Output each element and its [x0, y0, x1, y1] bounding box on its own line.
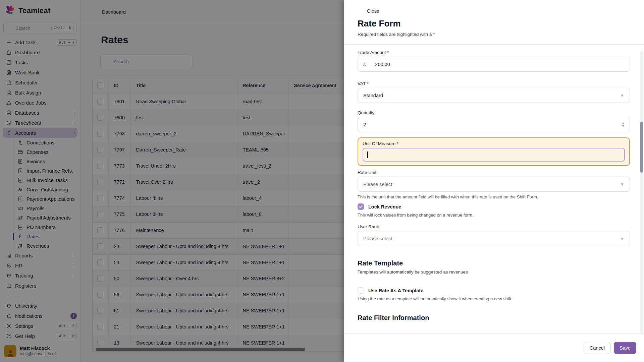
rate-template-subtitle: Templates will automatically be suggeste…	[358, 269, 630, 275]
unit-of-measure-input[interactable]	[363, 148, 625, 162]
quantity-label: Quantity	[358, 110, 630, 115]
lock-revenue-row: Lock Revenue	[358, 203, 630, 210]
app-root: Teamleaf Search Ctrl + K Add TaskAlt + T…	[0, 0, 644, 362]
use-rate-template-help: Using the rate as a template will automa…	[358, 296, 630, 301]
rate-unit-help: This is the unit that the amount field w…	[358, 194, 630, 199]
rate-unit-placeholder: Please select	[363, 182, 392, 187]
user-rank-label: User Rank	[358, 224, 630, 229]
vat-label: VAT *	[358, 81, 630, 86]
rate-unit-label: Rate Unit	[358, 170, 630, 175]
cancel-button[interactable]: Cancel	[584, 342, 611, 354]
trade-amount-label: Trade Amount *	[358, 50, 630, 55]
arrow-left-icon	[358, 8, 363, 14]
lock-revenue-checkbox[interactable]	[358, 203, 364, 210]
use-rate-template-checkbox[interactable]	[358, 287, 364, 294]
rate-template-heading: Rate Template	[358, 259, 630, 267]
quantity-stepper[interactable]: 2 ▲▼	[358, 117, 630, 132]
unit-of-measure-label: Unit Of Measure *	[363, 141, 625, 146]
chevron-down-icon: ▼	[620, 236, 624, 241]
text-cursor	[367, 152, 368, 158]
user-rank-placeholder: Please select	[363, 236, 392, 241]
rate-unit-select[interactable]: Please select ▼	[358, 177, 630, 192]
drawer-subtitle: Required fields are highlighted with a *	[358, 32, 631, 37]
chevron-down-icon: ▼	[620, 93, 624, 98]
user-rank-select[interactable]: Please select ▼	[358, 231, 630, 246]
trade-amount-input[interactable]: £ 200.00	[358, 57, 630, 72]
use-rate-template-label: Use Rate As A Template	[368, 288, 423, 293]
rate-form-drawer: Close Rate Form Required fields are high…	[344, 0, 644, 362]
close-label: Close	[367, 8, 379, 14]
use-rate-template-row: Use Rate As A Template	[358, 287, 630, 294]
drawer-header: Close Rate Form Required fields are high…	[344, 0, 644, 37]
vat-value: Standard	[363, 93, 383, 98]
chevron-down-icon: ▼	[620, 182, 624, 187]
drawer-scrollbar-thumb[interactable]	[640, 122, 643, 173]
modal-overlay[interactable]	[0, 0, 344, 362]
lock-revenue-label: Lock Revenue	[368, 204, 401, 209]
drawer-scrollbar-track[interactable]	[640, 51, 643, 333]
drawer-body: Trade Amount * £ 200.00 VAT * Standard ▼…	[344, 45, 644, 322]
drawer-title: Rate Form	[358, 18, 631, 29]
pound-prefix: £	[363, 61, 366, 67]
drawer-footer: Cancel Save	[344, 334, 644, 362]
vat-select[interactable]: Standard ▼	[358, 88, 630, 103]
stepper-arrows-icon[interactable]: ▲▼	[622, 122, 625, 127]
trade-amount-value: 200.00	[375, 62, 390, 67]
quantity-value: 2	[363, 122, 366, 127]
check-icon	[359, 204, 363, 209]
rate-filter-heading: Rate Filter Information	[358, 314, 630, 322]
save-button[interactable]: Save	[614, 342, 636, 354]
lock-revenue-help: This will lock values from being changed…	[358, 213, 630, 218]
close-drawer-button[interactable]: Close	[358, 8, 379, 14]
unit-of-measure-group: Unit Of Measure *	[358, 137, 630, 166]
